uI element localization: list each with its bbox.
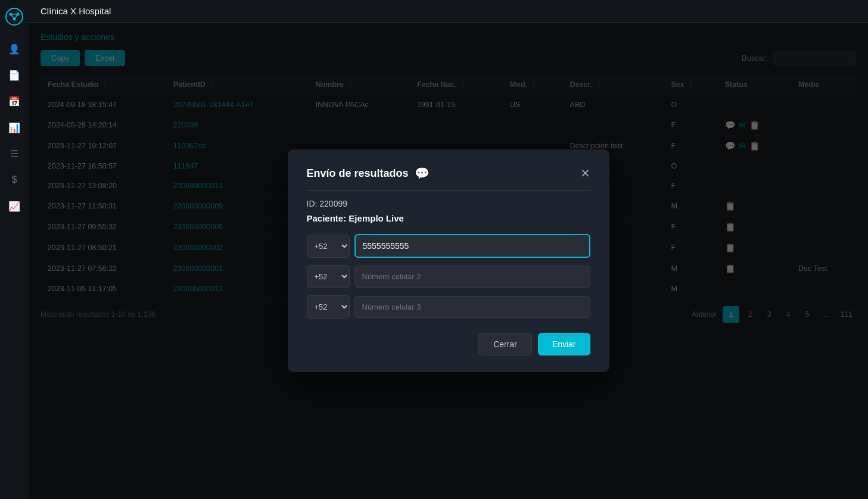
- modal-title: Envío de resultados 💬: [307, 166, 430, 180]
- close-button[interactable]: Cerrar: [478, 333, 532, 355]
- sidebar-icon-bar-chart[interactable]: 📈: [4, 195, 25, 217]
- send-results-modal: Envío de resultados 💬 ✕ ID: 220099 Pacie…: [288, 149, 609, 372]
- content-area: Estudios y acciones Copy Excel Buscar: F…: [29, 23, 868, 499]
- app-title: Clínica X Hospital: [41, 6, 111, 16]
- modal-overlay: Envío de resultados 💬 ✕ ID: 220099 Pacie…: [29, 23, 868, 499]
- svg-line-5: [11, 14, 14, 19]
- modal-footer: Cerrar Enviar: [307, 333, 590, 355]
- country-select-3[interactable]: +52 +1 +44: [307, 295, 350, 319]
- svg-line-6: [14, 14, 18, 19]
- sidebar: 👤 📄 📅 📊 ☰ $ 📈: [0, 0, 29, 499]
- phone-input-2[interactable]: [354, 266, 590, 288]
- sidebar-icon-dollar[interactable]: $: [4, 169, 25, 191]
- phone-input-1[interactable]: [354, 234, 590, 258]
- modal-id: ID: 220099: [307, 199, 590, 208]
- sidebar-icon-person[interactable]: 👤: [4, 38, 25, 60]
- sidebar-icon-analytics[interactable]: 📊: [4, 117, 25, 138]
- modal-divider: [307, 190, 590, 191]
- svg-point-0: [6, 8, 23, 25]
- country-select-2[interactable]: +52 +1 +44: [307, 265, 350, 288]
- phone-input-3[interactable]: [354, 296, 590, 318]
- send-button[interactable]: Enviar: [538, 333, 590, 355]
- sidebar-icon-calendar[interactable]: 📅: [4, 91, 25, 112]
- modal-patient: Paciente: Ejemplo Live: [307, 213, 590, 223]
- sidebar-icon-document[interactable]: 📄: [4, 64, 25, 86]
- country-select-1[interactable]: +52 +1 +44: [307, 235, 350, 258]
- phone-row-3: +52 +1 +44: [307, 295, 590, 319]
- modal-close-button[interactable]: ✕: [580, 167, 590, 179]
- modal-header: Envío de resultados 💬 ✕: [307, 166, 590, 180]
- main-area: Clínica X Hospital Estudios y acciones C…: [29, 0, 868, 499]
- header: Clínica X Hospital: [29, 0, 868, 23]
- sidebar-icon-list[interactable]: ☰: [4, 143, 25, 164]
- whatsapp-icon: 💬: [415, 166, 430, 180]
- phone-row-2: +52 +1 +44: [307, 265, 590, 288]
- app-logo: [5, 7, 24, 26]
- phone-row-1: +52 +1 +44: [307, 234, 590, 258]
